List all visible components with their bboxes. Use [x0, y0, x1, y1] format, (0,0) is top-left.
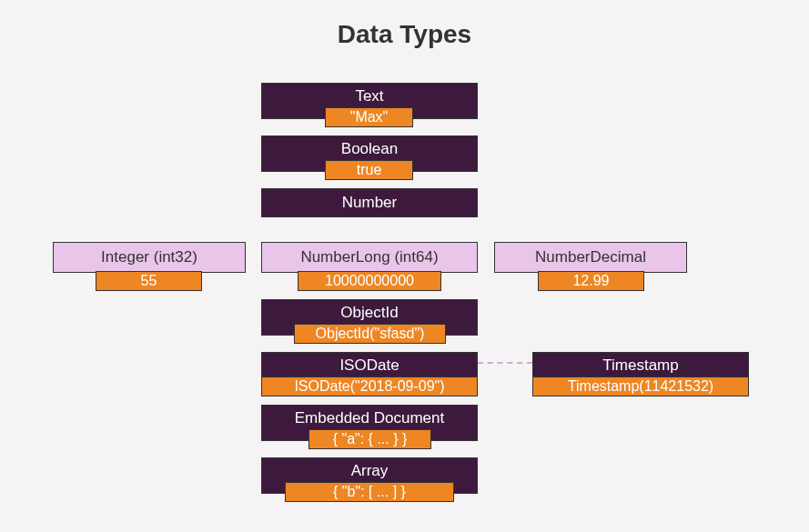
connector-isodate-timestamp: [478, 362, 532, 364]
type-array-label: Array: [351, 462, 389, 479]
example-isodate: ISODate("2018-09-09"): [261, 376, 478, 396]
example-decimal-value: 12.99: [572, 273, 609, 289]
type-decimal-label: NumberDecimal: [535, 248, 646, 266]
page-title: Data Types: [0, 0, 809, 58]
type-int64-label: NumberLong (int64): [300, 248, 438, 266]
example-boolean-value: true: [357, 162, 382, 178]
type-embedded-label: Embedded Document: [295, 409, 444, 427]
example-decimal: 12.99: [538, 271, 644, 291]
example-int32-value: 55: [141, 273, 157, 289]
example-int64-value: 10000000000: [325, 273, 414, 289]
diagram-canvas: Text "Max" Boolean true Number Integer (…: [0, 58, 809, 531]
type-decimal: NumberDecimal: [494, 242, 687, 273]
example-int32: 55: [96, 271, 202, 291]
example-embedded-value: { "a": { ... } }: [333, 431, 408, 447]
example-text-value: "Max": [350, 109, 389, 125]
type-isodate-label: ISODate: [339, 356, 399, 374]
example-objectid: ObjectId("sfasd"): [294, 324, 446, 344]
example-timestamp: Timestamp(11421532): [532, 376, 749, 396]
example-text: "Max": [325, 107, 413, 127]
example-boolean: true: [325, 160, 413, 180]
example-isodate-value: ISODate("2018-09-09"): [294, 378, 444, 395]
type-number-label: Number: [342, 194, 397, 211]
type-number: Number: [261, 188, 478, 217]
type-int64: NumberLong (int64): [261, 242, 478, 273]
example-array-value: { "b": [ ... ] }: [333, 484, 406, 500]
type-boolean-label: Boolean: [341, 140, 398, 157]
type-objectid-label: ObjectId: [340, 304, 398, 321]
example-objectid-value: ObjectId("sfasd"): [316, 326, 425, 342]
example-embedded: { "a": { ... } }: [308, 429, 431, 449]
type-timestamp-label: Timestamp: [602, 356, 678, 374]
type-text-label: Text: [355, 87, 383, 105]
example-timestamp-value: Timestamp(11421532): [568, 378, 713, 395]
example-int64: 10000000000: [298, 271, 441, 291]
type-int32: Integer (int32): [53, 242, 246, 273]
type-int32-label: Integer (int32): [101, 248, 197, 266]
example-array: { "b": [ ... ] }: [285, 482, 454, 502]
